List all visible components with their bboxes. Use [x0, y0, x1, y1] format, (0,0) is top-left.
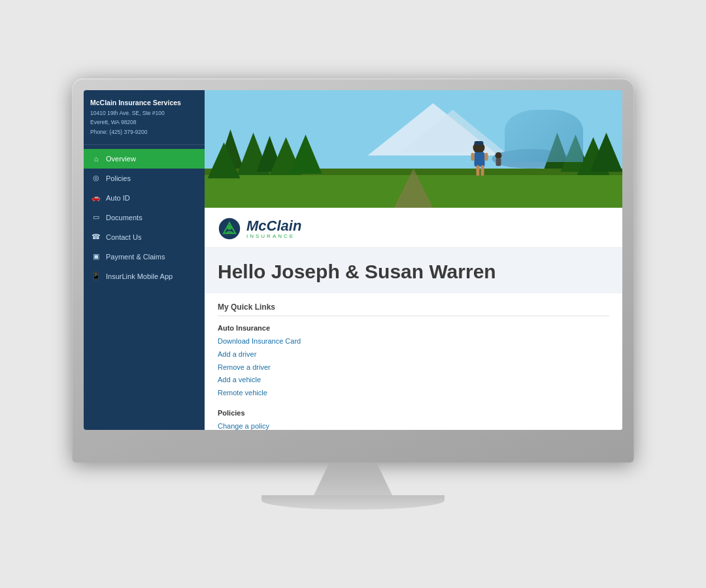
sidebar: McClain Insurance Services 10410 19th Av…: [84, 90, 205, 430]
category-auto-insurance: Auto Insurance Download Insurance Card A…: [218, 324, 609, 400]
logo-name: McClain: [246, 219, 301, 233]
logo-text-block: McClain INSURANCE: [246, 219, 301, 239]
category-title-auto: Auto Insurance: [218, 324, 609, 332]
link-remote-vehicle[interactable]: Remote vehicle: [218, 387, 609, 400]
greeting-section: Hello Joseph & Susan Warren: [205, 248, 622, 293]
svg-rect-25: [496, 158, 501, 166]
phone-icon: ☎: [92, 233, 101, 242]
logo-section: McClain INSURANCE: [205, 208, 622, 248]
link-add-driver[interactable]: Add a driver: [218, 348, 609, 361]
link-change-policy[interactable]: Change a policy: [218, 420, 609, 430]
svg-rect-19: [475, 152, 485, 167]
sidebar-label-contact: Contact Us: [106, 233, 141, 241]
sidebar-item-mobile[interactable]: 📱 InsurLink Mobile App: [84, 267, 205, 286]
company-address-2: Everett, WA 98208: [90, 118, 198, 127]
svg-rect-22: [471, 153, 475, 161]
quick-links-section: My Quick Links Auto Insurance Download I…: [205, 293, 622, 430]
category-title-policies: Policies: [218, 409, 609, 417]
car-icon: 🚗: [92, 193, 101, 203]
hero-image: [205, 90, 622, 208]
sidebar-item-documents[interactable]: ▭ Documents: [84, 208, 205, 227]
sidebar-item-overview[interactable]: ⌂ Overview: [84, 149, 205, 169]
sidebar-item-auto-id[interactable]: 🚗 Auto ID: [84, 188, 205, 208]
logo-sub: INSURANCE: [246, 233, 301, 239]
folder-icon: ▭: [92, 213, 101, 222]
company-phone: Phone: (425) 379-9200: [90, 128, 198, 137]
screen: McClain Insurance Services 10410 19th Av…: [84, 90, 622, 430]
sidebar-item-contact[interactable]: ☎ Contact Us: [84, 227, 205, 247]
svg-point-24: [496, 152, 502, 159]
sidebar-label-payment: Payment & Claims: [106, 253, 165, 261]
monitor-base: [261, 495, 445, 510]
sidebar-item-payment[interactable]: ▣ Payment & Claims: [84, 247, 205, 267]
quick-links-title: My Quick Links: [218, 302, 609, 316]
svg-rect-18: [475, 141, 484, 145]
sidebar-label-overview: Overview: [106, 155, 136, 163]
link-download-card[interactable]: Download Insurance Card: [218, 335, 609, 348]
company-name: McClain Insurance Services: [90, 98, 198, 108]
sidebar-label-documents: Documents: [106, 214, 143, 221]
company-address-1: 10410 19th Ave. SE, Ste #100: [90, 109, 198, 118]
mobile-icon: 📱: [92, 272, 101, 281]
svg-point-27: [227, 225, 231, 230]
credit-card-icon: ▣: [92, 252, 101, 261]
hero-svg: [205, 90, 622, 208]
logo-icon: [218, 217, 241, 240]
monitor-stand-neck: [314, 463, 392, 495]
content-body: McClain INSURANCE Hello Joseph & Susan W…: [205, 208, 622, 430]
svg-rect-20: [477, 165, 480, 176]
logo-mark: McClain INSURANCE: [218, 217, 301, 240]
monitor-bezel: McClain Insurance Services 10410 19th Av…: [72, 78, 634, 463]
sidebar-label-policies: Policies: [106, 174, 131, 182]
svg-rect-23: [485, 153, 488, 161]
link-remove-driver[interactable]: Remove a driver: [218, 361, 609, 374]
greeting-text: Hello Joseph & Susan Warren: [218, 261, 609, 283]
sidebar-label-mobile: InsurLink Mobile App: [106, 272, 173, 280]
main-content: McClain INSURANCE Hello Joseph & Susan W…: [205, 90, 622, 430]
category-policies: Policies Change a policy File a claim: [218, 409, 609, 430]
link-add-vehicle[interactable]: Add a vehicle: [218, 374, 609, 387]
sidebar-label-auto-id: Auto ID: [106, 194, 130, 202]
svg-rect-21: [481, 165, 484, 176]
sidebar-item-policies[interactable]: ◎ Policies: [84, 169, 205, 188]
sidebar-header: McClain Insurance Services 10410 19th Av…: [84, 90, 205, 145]
shield-icon: ◎: [92, 174, 101, 183]
monitor-wrapper: McClain Insurance Services 10410 19th Av…: [72, 78, 634, 510]
sidebar-nav: ⌂ Overview ◎ Policies 🚗 Auto ID ▭ Docume…: [84, 145, 205, 430]
home-icon: ⌂: [92, 154, 101, 163]
